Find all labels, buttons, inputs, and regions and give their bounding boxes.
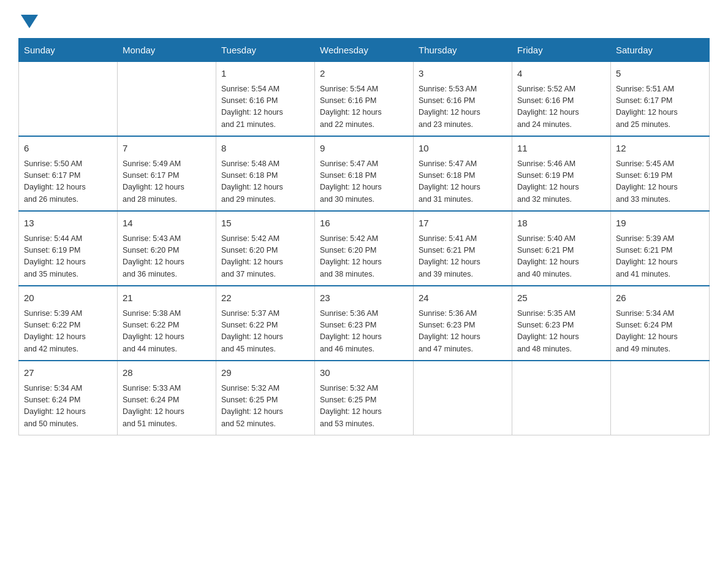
day-info: Sunrise: 5:51 AM Sunset: 6:17 PM Dayligh… [616, 83, 704, 131]
day-info: Sunrise: 5:42 AM Sunset: 6:20 PM Dayligh… [221, 233, 309, 281]
calendar-cell: 2Sunrise: 5:54 AM Sunset: 6:16 PM Daylig… [315, 62, 414, 137]
calendar-day-header: Friday [512, 39, 611, 62]
calendar-cell: 10Sunrise: 5:47 AM Sunset: 6:18 PM Dayli… [414, 136, 512, 211]
calendar-cell: 29Sunrise: 5:32 AM Sunset: 6:25 PM Dayli… [216, 361, 315, 435]
day-number: 17 [419, 216, 507, 231]
calendar-cell: 18Sunrise: 5:40 AM Sunset: 6:21 PM Dayli… [512, 211, 611, 286]
day-info: Sunrise: 5:47 AM Sunset: 6:18 PM Dayligh… [320, 158, 408, 206]
day-number: 15 [221, 216, 309, 231]
day-info: Sunrise: 5:52 AM Sunset: 6:16 PM Dayligh… [517, 83, 605, 131]
day-number: 2 [320, 67, 408, 81]
calendar-cell: 16Sunrise: 5:42 AM Sunset: 6:20 PM Dayli… [315, 211, 414, 286]
day-info: Sunrise: 5:40 AM Sunset: 6:21 PM Dayligh… [517, 233, 605, 281]
day-info: Sunrise: 5:48 AM Sunset: 6:18 PM Dayligh… [221, 158, 309, 206]
calendar-cell: 26Sunrise: 5:34 AM Sunset: 6:24 PM Dayli… [611, 286, 710, 361]
calendar-cell [611, 361, 710, 435]
calendar-cell: 22Sunrise: 5:37 AM Sunset: 6:22 PM Dayli… [216, 286, 315, 361]
calendar-day-header: Sunday [19, 39, 118, 62]
calendar-cell: 3Sunrise: 5:53 AM Sunset: 6:16 PM Daylig… [414, 62, 512, 137]
calendar-cell [19, 62, 118, 137]
day-number: 16 [320, 216, 408, 231]
day-info: Sunrise: 5:45 AM Sunset: 6:19 PM Dayligh… [616, 158, 704, 206]
calendar-day-header: Thursday [414, 39, 512, 62]
day-info: Sunrise: 5:36 AM Sunset: 6:23 PM Dayligh… [419, 308, 507, 356]
day-info: Sunrise: 5:47 AM Sunset: 6:18 PM Dayligh… [419, 158, 507, 206]
day-number: 3 [419, 67, 507, 81]
day-number: 30 [320, 366, 408, 380]
calendar-cell: 19Sunrise: 5:39 AM Sunset: 6:21 PM Dayli… [611, 211, 710, 286]
day-number: 10 [419, 142, 507, 156]
day-number: 1 [221, 67, 309, 81]
day-info: Sunrise: 5:54 AM Sunset: 6:16 PM Dayligh… [320, 83, 408, 131]
day-info: Sunrise: 5:38 AM Sunset: 6:22 PM Dayligh… [123, 308, 211, 356]
calendar-cell: 8Sunrise: 5:48 AM Sunset: 6:18 PM Daylig… [216, 136, 315, 211]
logo [18, 12, 38, 26]
day-info: Sunrise: 5:37 AM Sunset: 6:22 PM Dayligh… [221, 308, 309, 356]
calendar-cell [512, 361, 611, 435]
day-number: 13 [24, 216, 112, 231]
calendar-header-row: SundayMondayTuesdayWednesdayThursdayFrid… [19, 39, 710, 62]
day-number: 27 [24, 366, 112, 380]
day-info: Sunrise: 5:50 AM Sunset: 6:17 PM Dayligh… [24, 158, 112, 206]
day-number: 19 [616, 216, 704, 231]
calendar-week-row: 13Sunrise: 5:44 AM Sunset: 6:19 PM Dayli… [19, 211, 710, 286]
calendar-cell [414, 361, 512, 435]
logo-triangle-icon [21, 15, 38, 28]
day-number: 7 [123, 142, 211, 156]
day-info: Sunrise: 5:41 AM Sunset: 6:21 PM Dayligh… [419, 233, 507, 281]
day-info: Sunrise: 5:39 AM Sunset: 6:22 PM Dayligh… [24, 308, 112, 356]
calendar-day-header: Monday [118, 39, 216, 62]
calendar-cell: 14Sunrise: 5:43 AM Sunset: 6:20 PM Dayli… [118, 211, 216, 286]
calendar-cell: 9Sunrise: 5:47 AM Sunset: 6:18 PM Daylig… [315, 136, 414, 211]
calendar-cell: 5Sunrise: 5:51 AM Sunset: 6:17 PM Daylig… [611, 62, 710, 137]
calendar-cell: 27Sunrise: 5:34 AM Sunset: 6:24 PM Dayli… [19, 361, 118, 435]
calendar-cell: 21Sunrise: 5:38 AM Sunset: 6:22 PM Dayli… [118, 286, 216, 361]
day-number: 11 [517, 142, 605, 156]
day-info: Sunrise: 5:33 AM Sunset: 6:24 PM Dayligh… [123, 383, 211, 431]
calendar-cell: 25Sunrise: 5:35 AM Sunset: 6:23 PM Dayli… [512, 286, 611, 361]
calendar-cell [118, 62, 216, 137]
day-info: Sunrise: 5:46 AM Sunset: 6:19 PM Dayligh… [517, 158, 605, 206]
calendar-cell: 13Sunrise: 5:44 AM Sunset: 6:19 PM Dayli… [19, 211, 118, 286]
day-info: Sunrise: 5:42 AM Sunset: 6:20 PM Dayligh… [320, 233, 408, 281]
day-number: 5 [616, 67, 704, 81]
calendar-week-row: 27Sunrise: 5:34 AM Sunset: 6:24 PM Dayli… [19, 361, 710, 435]
calendar-cell: 30Sunrise: 5:32 AM Sunset: 6:25 PM Dayli… [315, 361, 414, 435]
calendar-day-header: Saturday [611, 39, 710, 62]
day-info: Sunrise: 5:36 AM Sunset: 6:23 PM Dayligh… [320, 308, 408, 356]
calendar-cell: 24Sunrise: 5:36 AM Sunset: 6:23 PM Dayli… [414, 286, 512, 361]
day-number: 24 [419, 291, 507, 305]
calendar-cell: 23Sunrise: 5:36 AM Sunset: 6:23 PM Dayli… [315, 286, 414, 361]
day-info: Sunrise: 5:44 AM Sunset: 6:19 PM Dayligh… [24, 233, 112, 281]
day-info: Sunrise: 5:39 AM Sunset: 6:21 PM Dayligh… [616, 233, 704, 281]
day-number: 18 [517, 216, 605, 231]
day-number: 12 [616, 142, 704, 156]
day-info: Sunrise: 5:54 AM Sunset: 6:16 PM Dayligh… [221, 83, 309, 131]
day-number: 23 [320, 291, 408, 305]
day-number: 29 [221, 366, 309, 380]
calendar-cell: 1Sunrise: 5:54 AM Sunset: 6:16 PM Daylig… [216, 62, 315, 137]
day-info: Sunrise: 5:43 AM Sunset: 6:20 PM Dayligh… [123, 233, 211, 281]
calendar-week-row: 6Sunrise: 5:50 AM Sunset: 6:17 PM Daylig… [19, 136, 710, 211]
calendar-week-row: 20Sunrise: 5:39 AM Sunset: 6:22 PM Dayli… [19, 286, 710, 361]
calendar-table: SundayMondayTuesdayWednesdayThursdayFrid… [18, 38, 710, 435]
calendar-cell: 15Sunrise: 5:42 AM Sunset: 6:20 PM Dayli… [216, 211, 315, 286]
calendar-cell: 4Sunrise: 5:52 AM Sunset: 6:16 PM Daylig… [512, 62, 611, 137]
day-info: Sunrise: 5:53 AM Sunset: 6:16 PM Dayligh… [419, 83, 507, 131]
day-info: Sunrise: 5:35 AM Sunset: 6:23 PM Dayligh… [517, 308, 605, 356]
day-info: Sunrise: 5:34 AM Sunset: 6:24 PM Dayligh… [24, 383, 112, 431]
calendar-week-row: 1Sunrise: 5:54 AM Sunset: 6:16 PM Daylig… [19, 62, 710, 137]
day-number: 6 [24, 142, 112, 156]
calendar-day-header: Wednesday [315, 39, 414, 62]
day-number: 21 [123, 291, 211, 305]
calendar-cell: 12Sunrise: 5:45 AM Sunset: 6:19 PM Dayli… [611, 136, 710, 211]
day-number: 22 [221, 291, 309, 305]
calendar-cell: 7Sunrise: 5:49 AM Sunset: 6:17 PM Daylig… [118, 136, 216, 211]
calendar-cell: 17Sunrise: 5:41 AM Sunset: 6:21 PM Dayli… [414, 211, 512, 286]
day-number: 4 [517, 67, 605, 81]
day-number: 20 [24, 291, 112, 305]
day-number: 28 [123, 366, 211, 380]
calendar-cell: 11Sunrise: 5:46 AM Sunset: 6:19 PM Dayli… [512, 136, 611, 211]
calendar-cell: 28Sunrise: 5:33 AM Sunset: 6:24 PM Dayli… [118, 361, 216, 435]
day-number: 14 [123, 216, 211, 231]
